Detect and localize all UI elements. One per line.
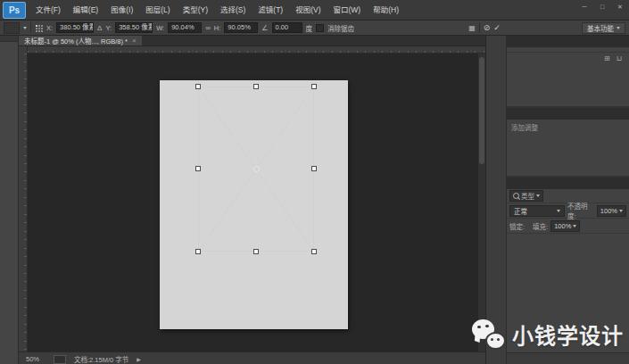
collapsed-panel-dock — [486, 36, 507, 364]
antialias-label: 消除锯齿 — [327, 23, 354, 33]
dropdown-arrow-icon — [23, 27, 27, 29]
close-button[interactable]: ✕ — [611, 1, 629, 12]
y-label: Y: — [105, 24, 112, 32]
tools-panel — [0, 36, 19, 364]
divider — [30, 22, 31, 33]
rotation-angle-icon: ∠ — [261, 24, 268, 32]
status-bar: 50% 文档:2.15M/0 字节 ▶ — [19, 352, 485, 364]
fill-label: 填充: — [533, 221, 548, 231]
document-size-icon — [54, 355, 66, 364]
document-title: 未标题-1 @ 50% (人物..., RGB/8) * — [24, 36, 128, 46]
horizontal-ruler[interactable] — [28, 46, 485, 54]
photoshop-window: Ps 文件(F)编辑(E)图像(I)图层(L)类型(Y)选择(S)滤镜(T)视图… — [0, 0, 629, 364]
menu-item[interactable]: 图像(I) — [104, 0, 139, 20]
transform-handle-ne[interactable] — [311, 84, 317, 89]
lock-label: 锁定: — [509, 221, 525, 231]
opacity-label: 不透明度: — [567, 201, 594, 220]
menu-item[interactable]: 帮助(H) — [367, 0, 405, 20]
filter-kind-select[interactable]: 类型 — [509, 190, 543, 202]
commit-transform-button[interactable]: ✓ — [493, 23, 501, 32]
document-info: 文档:2.15M/0 字节 — [74, 354, 128, 364]
ruler-row — [19, 46, 485, 54]
tool-preset-picker[interactable] — [4, 22, 20, 34]
transform-handle-s[interactable] — [253, 249, 259, 254]
chevron-down-icon — [536, 194, 540, 197]
zoom-level-field[interactable]: 50% — [26, 355, 46, 363]
transform-handle-n[interactable] — [253, 84, 259, 89]
antialias-checkbox[interactable] — [316, 24, 324, 32]
menu-item[interactable]: 文件(F) — [29, 0, 67, 20]
lock-row: 锁定: 填充: 100% — [507, 219, 629, 234]
reference-point-locator[interactable] — [35, 24, 43, 32]
panel-column: ⊞ ⊔ 添加调整 类型 — [507, 36, 629, 364]
menu-item[interactable]: 选择(S) — [214, 0, 252, 20]
rotation-field[interactable]: 0.00 — [272, 22, 302, 33]
menu-item[interactable]: 图层(L) — [139, 0, 176, 20]
maximize-button[interactable]: □ — [593, 1, 611, 12]
x-position-field[interactable]: 380.50 像素 — [56, 22, 94, 33]
canvas-body — [19, 54, 485, 352]
delete-swatch-icon[interactable]: ⊔ — [617, 54, 622, 62]
transform-handle-sw[interactable] — [195, 249, 201, 254]
divider — [479, 22, 480, 33]
tools-panel-grip[interactable] — [0, 36, 18, 42]
menu-item[interactable]: 滤镜(T) — [252, 0, 289, 20]
canvas[interactable] — [28, 54, 485, 352]
transform-handle-w[interactable] — [195, 166, 201, 171]
opacity-select[interactable]: 100% — [597, 205, 626, 217]
menu-item[interactable]: 窗口(W) — [327, 0, 368, 20]
vertical-scrollbar[interactable] — [477, 54, 485, 352]
width-label: W: — [156, 24, 164, 32]
new-swatch-icon[interactable]: ⊞ — [604, 54, 610, 62]
chevron-down-icon — [617, 27, 620, 29]
transform-center-point[interactable] — [253, 166, 260, 172]
vertical-ruler[interactable] — [19, 54, 28, 352]
menu-item[interactable]: 视图(V) — [289, 0, 327, 20]
window-controls: ─□✕ — [575, 0, 629, 21]
document-tab-bar: 未标题-1 @ 50% (人物..., RGB/8) * × — [19, 36, 485, 46]
swatches-panel-tabs — [507, 36, 629, 47]
fill-select[interactable]: 100% — [550, 220, 580, 232]
warp-mode-icon[interactable]: ▦ — [468, 24, 476, 32]
close-tab-icon[interactable]: × — [132, 37, 137, 45]
transform-handle-e[interactable] — [311, 166, 317, 171]
right-dock: ⊞ ⊔ 添加调整 类型 — [485, 36, 629, 364]
height-scale-field[interactable]: 90.05% — [224, 22, 258, 33]
swatches-panel: ⊞ ⊔ — [507, 36, 629, 108]
cancel-transform-button[interactable]: ⊘ — [484, 23, 491, 32]
layers-panel-tabs — [507, 178, 629, 189]
x-label: X: — [46, 24, 53, 32]
free-transform-overlay[interactable] — [198, 87, 314, 252]
chevron-down-icon — [573, 225, 576, 228]
height-label: H: — [214, 24, 221, 32]
search-icon — [513, 193, 519, 199]
wechat-icon — [472, 319, 506, 350]
menu-item[interactable]: 类型(Y) — [177, 0, 214, 20]
chevron-down-icon — [619, 210, 623, 212]
workspace-switcher[interactable]: 基本功能 — [582, 22, 625, 34]
minimize-button[interactable]: ─ — [575, 1, 593, 12]
relative-position-icon[interactable]: Δ — [97, 24, 102, 32]
adjustments-panel: 添加调整 — [507, 108, 629, 178]
blend-mode-row: 正常 不透明度: 100% — [507, 203, 629, 219]
layers-footer — [507, 352, 629, 364]
wechat-bubble-small — [485, 332, 506, 350]
y-position-field[interactable]: 358.50 像素 — [115, 22, 153, 33]
transform-handle-nw[interactable] — [195, 84, 201, 89]
transform-handle-se[interactable] — [311, 249, 317, 254]
maintain-aspect-ratio-icon[interactable]: ∞ — [205, 24, 211, 32]
menu-item[interactable]: 编辑(E) — [67, 0, 104, 20]
main-area: 未标题-1 @ 50% (人物..., RGB/8) * × — [0, 36, 629, 364]
width-scale-field[interactable]: 90.04% — [168, 22, 202, 33]
add-adjustment-label: 添加调整 — [507, 120, 629, 133]
watermark-text: 小钱学设计 — [512, 318, 624, 350]
swatches-footer: ⊞ ⊔ — [507, 52, 629, 63]
degree-label: 度 — [306, 23, 313, 33]
status-options-arrow[interactable]: ▶ — [137, 356, 141, 362]
scrollbar-thumb[interactable] — [479, 57, 484, 164]
blend-mode-select[interactable]: 正常 — [509, 205, 565, 217]
photoshop-logo-icon: Ps — [3, 2, 26, 19]
options-bar: X: 380.50 像素 Δ Y: 358.50 像素 W: 90.04% ∞ … — [0, 21, 629, 36]
document-tab[interactable]: 未标题-1 @ 50% (人物..., RGB/8) * × — [19, 36, 142, 46]
menu-bar: Ps 文件(F)编辑(E)图像(I)图层(L)类型(Y)选择(S)滤镜(T)视图… — [0, 0, 629, 21]
